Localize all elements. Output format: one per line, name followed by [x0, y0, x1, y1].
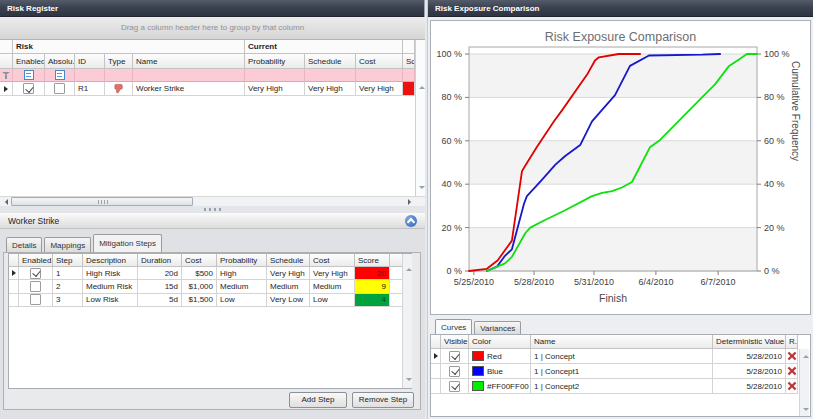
column-header-enabled[interactable]: Enabled — [13, 54, 45, 69]
duration-cell[interactable]: 20d — [138, 267, 182, 280]
remove-curve-icon[interactable] — [787, 381, 797, 391]
description-cell[interactable]: Medium Risk — [83, 280, 138, 293]
enabled-checkbox[interactable] — [30, 294, 41, 305]
filter-cell[interactable] — [245, 69, 305, 82]
remove-curve-cell[interactable] — [786, 364, 798, 379]
visible-checkbox[interactable] — [449, 381, 460, 392]
scroll-down-button[interactable] — [404, 374, 413, 384]
description-cell[interactable]: High Risk — [83, 267, 138, 280]
tab-curves[interactable]: Curves — [435, 319, 472, 334]
column-header-enabled[interactable]: Enabled — [19, 254, 53, 267]
cost-cell[interactable]: $1,500 — [182, 294, 217, 307]
column-header-id[interactable]: ID — [75, 54, 105, 69]
remove-curve-icon[interactable] — [787, 366, 797, 376]
visible-checkbox-cell[interactable] — [441, 349, 469, 364]
visible-checkbox-cell[interactable] — [441, 364, 469, 379]
enabled-checkbox-cell[interactable] — [19, 267, 53, 280]
column-header-step[interactable]: Step — [53, 254, 83, 267]
score-cell[interactable] — [403, 82, 415, 96]
mitigation-grid-vscrollbar[interactable] — [402, 254, 412, 388]
hscroll-thumb[interactable] — [11, 197, 193, 206]
column-header-color[interactable]: Color — [469, 335, 531, 349]
scroll-down-button[interactable] — [417, 182, 426, 192]
curve-name-cell[interactable]: 1 | Concept1 — [531, 364, 713, 379]
color-cell[interactable]: #FF00FF00 — [469, 379, 531, 394]
enabled-checkbox-cell[interactable] — [19, 294, 53, 307]
scroll-up-button[interactable] — [404, 264, 413, 274]
curve-name-cell[interactable]: 1 | Concept — [531, 349, 713, 364]
name-cell[interactable]: Worker Strike — [133, 82, 245, 96]
remove-step-button[interactable]: Remove Step — [352, 392, 414, 408]
column-header-sc[interactable]: Sc — [403, 54, 415, 69]
column-header-cost[interactable]: Cost — [356, 54, 403, 69]
scroll-up-button[interactable] — [417, 82, 426, 92]
group-by-bar[interactable]: Drag a column header here to group by th… — [0, 17, 425, 40]
column-header-description[interactable]: Description — [83, 254, 138, 267]
band-current[interactable]: Current — [245, 40, 403, 54]
column-header-type[interactable]: Type — [105, 54, 133, 69]
enabled-checkbox-cell[interactable] — [13, 82, 45, 96]
risk-grid-hscrollbar[interactable] — [0, 196, 425, 206]
color-cell[interactable]: Red — [469, 349, 531, 364]
deterministic-value-cell[interactable]: 5/28/2010 — [713, 379, 786, 394]
description-cell[interactable]: Low Risk — [83, 294, 138, 307]
schedule-cell[interactable]: Medium — [267, 280, 310, 293]
column-header-absolu[interactable]: Absolu... — [45, 54, 75, 69]
tab-variances[interactable]: Variances — [474, 321, 521, 334]
panel-splitter[interactable] — [0, 206, 425, 213]
enabled-checkbox-cell[interactable] — [19, 280, 53, 293]
probability-cell[interactable]: High — [217, 267, 267, 280]
step-cell[interactable]: 1 — [53, 267, 83, 280]
cost-cell[interactable]: Very High — [356, 82, 403, 96]
duration-cell[interactable]: 15d — [138, 280, 182, 293]
absolute-checkbox-cell[interactable] — [45, 82, 75, 96]
column-header-name[interactable]: Name — [133, 54, 245, 69]
scroll-up-button[interactable] — [801, 351, 810, 361]
cost2-cell[interactable]: Low — [310, 294, 355, 307]
cost-cell[interactable]: $1,000 — [182, 280, 217, 293]
remove-curve-cell[interactable] — [786, 379, 798, 394]
color-cell[interactable]: Blue — [469, 364, 531, 379]
remove-curve-cell[interactable] — [786, 349, 798, 364]
probability-cell[interactable]: Very High — [245, 82, 305, 96]
filter-cell[interactable] — [403, 69, 415, 82]
add-step-button[interactable]: Add Step — [289, 392, 347, 408]
type-cell[interactable] — [105, 82, 133, 96]
column-header-schedule[interactable]: Schedule — [305, 54, 356, 69]
visible-checkbox[interactable] — [449, 351, 460, 362]
id-cell[interactable]: R1 — [75, 82, 105, 96]
probability-cell[interactable]: Medium — [217, 280, 267, 293]
schedule-cell[interactable]: Very High — [267, 267, 310, 280]
schedule-cell[interactable]: Very Low — [267, 294, 310, 307]
column-header-score[interactable]: Score — [355, 254, 390, 267]
column-header-visible[interactable]: Visible — [441, 335, 469, 349]
collapse-panel-button[interactable] — [405, 215, 417, 227]
filter-cell[interactable] — [305, 69, 356, 82]
tab-mitigation-steps[interactable]: Mitigation Steps — [93, 234, 162, 252]
filter-cell[interactable] — [356, 69, 403, 82]
column-header-name[interactable]: Name — [531, 335, 713, 349]
enabled-checkbox[interactable] — [30, 281, 41, 292]
cost2-cell[interactable]: Very High — [310, 267, 355, 280]
column-header-schedule[interactable]: Schedule — [267, 254, 310, 267]
filter-absolute-cell[interactable] — [45, 69, 75, 82]
filter-cell[interactable] — [133, 69, 245, 82]
score-cell[interactable]: 20 — [355, 267, 390, 280]
column-header-probability[interactable]: Probability — [245, 54, 305, 69]
deterministic-value-cell[interactable]: 5/28/2010 — [713, 349, 786, 364]
cost2-cell[interactable]: Medium — [310, 280, 355, 293]
enabled-checkbox[interactable] — [30, 268, 41, 279]
enabled-checkbox[interactable] — [23, 83, 34, 94]
curves-table-vscrollbar[interactable] — [799, 349, 809, 416]
step-cell[interactable]: 2 — [53, 280, 83, 293]
column-header-deterministicvalue[interactable]: Deterministic Value — [713, 335, 786, 349]
risk-grid-vscrollbar[interactable] — [415, 40, 425, 196]
remove-curve-icon[interactable] — [787, 351, 797, 361]
tab-details[interactable]: Details — [6, 237, 42, 252]
column-header-r[interactable]: R... — [786, 335, 798, 349]
column-header-duration[interactable]: Duration — [138, 254, 182, 267]
filter-cell[interactable] — [75, 69, 105, 82]
scroll-down-button[interactable] — [801, 404, 810, 414]
column-header-cost[interactable]: Cost — [310, 254, 355, 267]
score-cell[interactable]: 4 — [355, 294, 390, 307]
